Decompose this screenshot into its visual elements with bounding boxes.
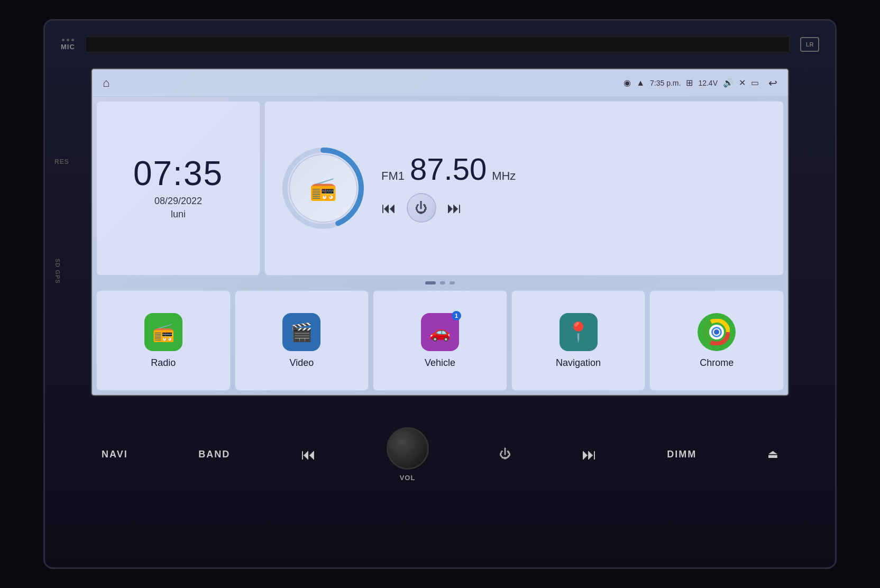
- radio-frequency: 87.50: [410, 154, 487, 185]
- res-label: RES: [54, 158, 69, 166]
- volume-icon: 🔊: [723, 78, 734, 88]
- app-icon-video: 🎬: [282, 313, 320, 351]
- app-grid: 📻 Radio 🎬 Video 🚗 1: [96, 290, 784, 391]
- app-icon-radio: 📻: [144, 313, 182, 351]
- navigation-app-icon: 📍: [566, 321, 590, 343]
- main-content: 07:35 08/29/2022 luni: [92, 97, 788, 395]
- radio-widget: 📻 FM1 87.50 MHz ⏮ ⏻: [264, 101, 784, 275]
- status-bar: ⌂ ◉ ▲ 7:35 p.m. ⊞ 12.4V 🔊 ✕ ▭ ↩: [92, 69, 788, 97]
- mic-label: MIC: [61, 39, 75, 51]
- eject-button[interactable]: ⏏: [767, 447, 778, 461]
- radio-icon: 📻: [309, 176, 337, 201]
- prev-track-button[interactable]: ⏮: [301, 446, 316, 463]
- app-tile-radio[interactable]: 📻 Radio: [96, 290, 231, 391]
- vol-label: VOL: [400, 474, 416, 482]
- window-icon[interactable]: ▭: [751, 78, 759, 88]
- vehicle-app-icon: 🚗: [429, 322, 451, 342]
- bottom-controls: NAVI BAND ⏮ VOL ⏻ ⏭ DIMM ⏏: [70, 401, 810, 507]
- mic-dot-3: [71, 39, 74, 41]
- page-dot-1[interactable]: [425, 281, 436, 284]
- clock-widget: 07:35 08/29/2022 luni: [96, 101, 260, 275]
- navi-button[interactable]: NAVI: [102, 449, 128, 460]
- radio-info: FM1 87.50 MHz ⏮ ⏻ ⏭: [381, 154, 516, 223]
- top-row: 07:35 08/29/2022 luni: [96, 101, 784, 275]
- app-label-navigation: Navigation: [556, 357, 601, 369]
- page-dot-2[interactable]: [440, 281, 445, 284]
- radio-next-button[interactable]: ⏭: [447, 199, 462, 217]
- status-right: ◉ ▲ 7:35 p.m. ⊞ 12.4V 🔊 ✕ ▭ ↩: [624, 77, 777, 89]
- band-button[interactable]: BAND: [198, 449, 230, 460]
- vehicle-badge: 1: [452, 311, 461, 320]
- app-tile-chrome[interactable]: Chrome: [649, 290, 784, 391]
- clock-time: 07:35: [133, 157, 223, 190]
- power-button[interactable]: ⏻: [499, 447, 511, 461]
- radio-dial[interactable]: 📻: [281, 146, 365, 231]
- dimm-button[interactable]: DIMM: [667, 449, 696, 460]
- app-label-video: Video: [290, 357, 314, 369]
- radio-power-button[interactable]: ⏻: [407, 193, 436, 223]
- sd-gps-label: SD GPS: [54, 259, 61, 284]
- app-tile-navigation[interactable]: 📍 Navigation: [511, 290, 646, 391]
- radio-freq-row: FM1 87.50 MHz: [381, 154, 516, 185]
- lr-badge: LR: [800, 37, 819, 52]
- power-icon: ⏻: [415, 200, 428, 215]
- app-label-chrome: Chrome: [700, 357, 734, 369]
- home-button[interactable]: ⌂: [103, 76, 109, 90]
- app-icon-vehicle: 🚗 1: [421, 313, 459, 351]
- radio-dial-inner: 📻: [289, 154, 358, 223]
- page-dot-3[interactable]: [450, 281, 455, 284]
- radio-unit: MHz: [492, 169, 516, 183]
- clock-day: luni: [171, 209, 186, 220]
- video-app-icon: 🎬: [290, 321, 313, 343]
- pagination: [96, 280, 784, 286]
- battery-voltage: 12.4V: [698, 79, 718, 87]
- mic-dots: [62, 39, 74, 41]
- radio-prev-button[interactable]: ⏮: [381, 199, 396, 217]
- location-icon: ◉: [624, 78, 631, 88]
- status-time: 7:35 p.m.: [650, 79, 681, 87]
- battery-icon: ⊞: [686, 78, 693, 88]
- app-tile-vehicle[interactable]: 🚗 1 Vehicle: [373, 290, 507, 391]
- screen: ⌂ ◉ ▲ 7:35 p.m. ⊞ 12.4V 🔊 ✕ ▭ ↩ 07:35 08…: [91, 68, 789, 396]
- wifi-icon: ▲: [636, 78, 645, 88]
- vol-knob[interactable]: [387, 427, 429, 470]
- app-tile-video[interactable]: 🎬 Video: [235, 290, 369, 391]
- mic-dot: [62, 39, 65, 41]
- next-track-button[interactable]: ⏭: [582, 446, 597, 463]
- radio-band: FM1: [381, 169, 405, 183]
- app-label-radio: Radio: [151, 357, 176, 369]
- radio-app-icon: 📻: [152, 321, 175, 343]
- app-icon-navigation: 📍: [560, 313, 598, 351]
- chrome-logo-svg: [703, 319, 730, 345]
- svg-point-8: [714, 329, 719, 335]
- close-icon[interactable]: ✕: [739, 78, 746, 88]
- cd-slot: [86, 36, 790, 52]
- top-bar: MIC LR: [45, 21, 835, 68]
- app-label-vehicle: Vehicle: [425, 357, 455, 369]
- mic-text: MIC: [61, 43, 75, 51]
- radio-controls: ⏮ ⏻ ⏭: [381, 193, 516, 223]
- clock-date: 08/29/2022: [154, 196, 202, 207]
- back-button[interactable]: ↩: [768, 77, 777, 89]
- vol-group: VOL: [387, 427, 429, 482]
- mic-dot-2: [67, 39, 69, 41]
- device-bezel: RES SD GPS MIC LR ⌂ ◉ ▲ 7:35 p.m. ⊞ 12.4…: [43, 19, 837, 569]
- app-icon-chrome: [698, 313, 736, 351]
